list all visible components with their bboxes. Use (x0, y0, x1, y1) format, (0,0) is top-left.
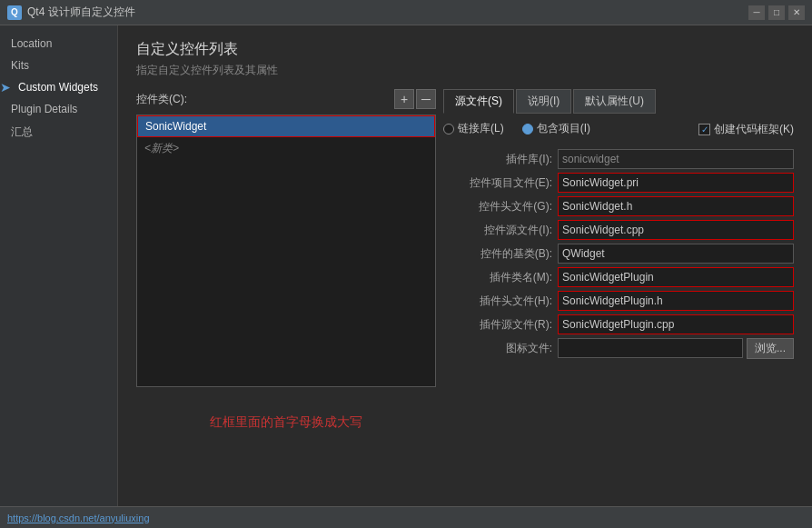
label-proj-file: 控件项目文件(E): (443, 175, 552, 191)
window-title: Qt4 设计师自定义控件 (27, 5, 748, 20)
sidebar-label-summary: 汇总 (11, 125, 33, 140)
tab-default-props[interactable]: 默认属性(U) (573, 89, 656, 114)
radio-circle-include-proj (522, 124, 533, 134)
widget-list-label: 控件类(C): (136, 92, 187, 107)
browse-button[interactable]: 浏览... (747, 338, 794, 359)
page-title: 自定义控件列表 (136, 40, 794, 59)
content-area: 自定义控件列表 指定自定义控件列表及其属性 控件类(C): + ─ SonicW… (118, 25, 812, 528)
radio-label-link-lib: 链接库(L) (458, 121, 504, 136)
title-bar: Q Qt4 设计师自定义控件 ─ □ ✕ (0, 0, 812, 25)
input-proj-file[interactable] (558, 173, 794, 193)
tab-source[interactable]: 源文件(S) (443, 89, 514, 114)
sidebar: Location Kits ➤ Custom Widgets Plugin De… (0, 25, 118, 528)
checkbox-create-framework[interactable]: 创建代码框架(K) (698, 122, 794, 137)
widget-item-sonicwidget[interactable]: SonicWidget (137, 115, 435, 137)
close-button[interactable]: ✕ (788, 5, 805, 20)
left-panel: 控件类(C): + ─ SonicWidget <新类> 红框里面的首字母换成大… (136, 89, 436, 513)
sidebar-label-kits: Kits (11, 59, 29, 72)
right-panel: 源文件(S) 说明(I) 默认属性(U) 链接库(L) 包含项目(I) (443, 89, 794, 513)
sidebar-label-custom-widgets: Custom Widgets (18, 81, 98, 94)
sidebar-item-location[interactable]: Location (0, 33, 117, 55)
input-plugin-lib[interactable] (558, 149, 794, 169)
add-widget-button[interactable]: + (394, 89, 414, 109)
sidebar-item-custom-widgets[interactable]: ➤ Custom Widgets (0, 76, 117, 98)
minimize-button[interactable]: ─ (748, 5, 765, 20)
widget-list-header: 控件类(C): + ─ (136, 89, 436, 109)
main-layout: Location Kits ➤ Custom Widgets Plugin De… (0, 25, 812, 528)
label-base-class: 控件的基类(B): (443, 246, 552, 262)
checkbox-icon (698, 124, 710, 135)
widget-item-new[interactable]: <新类> (137, 137, 435, 160)
form-grid: 插件库(I): 控件项目文件(E): 控件头文件(G): 控件源文件(I): 控… (443, 149, 794, 359)
label-plugin-header: 插件头文件(H): (443, 294, 552, 309)
sidebar-label-location: Location (11, 37, 52, 50)
input-base-class[interactable] (558, 244, 794, 264)
label-plugin-source: 插件源文件(R): (443, 317, 552, 333)
radio-link-lib[interactable]: 链接库(L) (443, 121, 504, 136)
radio-circle-link-lib (443, 124, 454, 134)
input-source-file[interactable] (558, 220, 794, 240)
app-icon: Q (7, 5, 22, 20)
widget-btn-group: + ─ (394, 89, 436, 109)
widget-list-box[interactable]: SonicWidget <新类> (136, 115, 436, 387)
remove-widget-button[interactable]: ─ (416, 89, 436, 109)
label-source-file: 控件源文件(I): (443, 223, 552, 238)
input-icon-file[interactable] (558, 338, 743, 358)
label-icon-file: 图标文件: (443, 341, 552, 356)
radio-group: 链接库(L) 包含项目(I) (443, 121, 590, 136)
tab-description[interactable]: 说明(I) (516, 89, 571, 114)
input-header-file[interactable] (558, 196, 794, 216)
label-plugin-class: 插件类名(M): (443, 270, 552, 285)
checkbox-label: 创建代码框架(K) (714, 122, 794, 137)
page-subtitle: 指定自定义控件列表及其属性 (136, 63, 794, 78)
panel-body: 控件类(C): + ─ SonicWidget <新类> 红框里面的首字母换成大… (136, 89, 794, 513)
maximize-button[interactable]: □ (768, 5, 785, 20)
radio-label-include-proj: 包含项目(I) (537, 121, 590, 136)
sidebar-item-summary[interactable]: 汇总 (0, 120, 117, 144)
input-plugin-header[interactable] (558, 291, 794, 311)
label-plugin-lib: 插件库(I): (443, 152, 552, 167)
sidebar-item-kits[interactable]: Kits (0, 55, 117, 76)
annotation-text: 红框里面的首字母换成大写 (136, 414, 436, 431)
icon-file-row: 浏览... (558, 338, 794, 359)
radio-include-proj[interactable]: 包含项目(I) (522, 121, 590, 136)
tabs-bar: 源文件(S) 说明(I) 默认属性(U) (443, 89, 794, 114)
bottom-link[interactable]: https://blog.csdn.net/anyuliuxing (7, 513, 150, 523)
window-controls: ─ □ ✕ (748, 5, 805, 20)
input-plugin-source[interactable] (558, 314, 794, 334)
active-arrow-icon: ➤ (0, 80, 11, 95)
bottom-bar: https://blog.csdn.net/anyuliuxing (0, 506, 812, 528)
input-plugin-class[interactable] (558, 267, 794, 287)
sidebar-item-plugin-details[interactable]: Plugin Details (0, 98, 117, 120)
sidebar-label-plugin-details: Plugin Details (11, 103, 77, 115)
label-header-file: 控件头文件(G): (443, 199, 552, 214)
